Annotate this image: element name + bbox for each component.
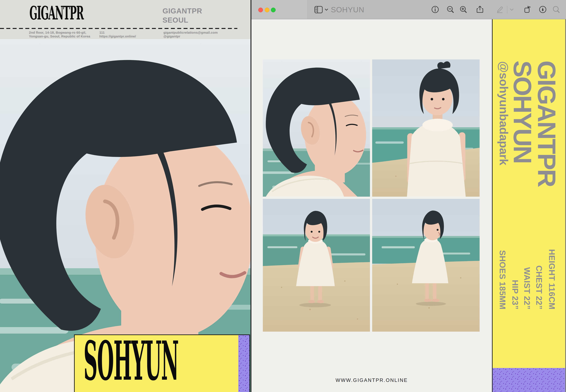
zoom-in-button[interactable] xyxy=(459,5,468,14)
address-block: 2nd floor, 14-18, Bogwang-ro 60-gil, Yon… xyxy=(29,31,90,38)
sidebar-menu-chevron[interactable] xyxy=(325,8,328,11)
photo-fullbody-side xyxy=(372,199,480,332)
info-button[interactable] xyxy=(431,5,440,14)
address-line1: 2nd floor, 14-18, Bogwang-ro 60-gil, xyxy=(29,31,90,34)
zoom-out-button[interactable] xyxy=(446,5,455,14)
window-titlebar[interactable]: SOHYUN xyxy=(252,0,566,19)
zoom-button[interactable] xyxy=(271,8,276,12)
dashed-divider xyxy=(0,28,237,29)
photo-front-portrait xyxy=(372,59,480,197)
footer-website-url: WWW.GIGANTPR.ONLINE xyxy=(252,378,492,383)
card-header: GIGANTPR GIGANTPR SEOUL 2nd floor, 14-18… xyxy=(0,0,251,39)
brand-logo: GIGANTPR xyxy=(30,2,83,24)
email: gigantpublicrelations@gmail.com xyxy=(164,31,218,34)
minimize-button[interactable] xyxy=(265,8,269,12)
name-banner: SOHYUN xyxy=(74,335,250,392)
annotate-pen-icon xyxy=(539,5,547,14)
markup-pencil-button[interactable] xyxy=(495,5,504,14)
photo-profile-closeup xyxy=(263,59,370,197)
instagram-handle: @gigantpr xyxy=(164,34,218,38)
sidebar-toggle-button[interactable] xyxy=(314,5,323,14)
email-instagram-block: gigantpublicrelations@gmail.com @gigantp… xyxy=(164,31,218,38)
yellow-side-strip: GIGANTPR SOHYUN @sohyunbadapark HEIGHT 1… xyxy=(492,19,566,392)
close-button[interactable] xyxy=(258,8,263,12)
photo-fullbody-smile xyxy=(263,199,370,332)
agency-line2: SEOUL xyxy=(163,15,202,25)
screenshot-root: GIGANTPR GIGANTPR SEOUL 2nd floor, 14-18… xyxy=(0,0,566,392)
sidebar-icon xyxy=(314,5,323,14)
document-page: WWW.GIGANTPR.ONLINE GIGANTPR SOHYUN @soh… xyxy=(252,19,566,392)
rotate-left-button[interactable] xyxy=(523,5,532,14)
window-title: SOHYUN xyxy=(331,5,364,14)
phone-website-block: 111 https://gigantpr.online/ xyxy=(99,31,136,38)
info-icon xyxy=(431,5,439,14)
vertical-model-name: SOHYUN xyxy=(510,60,535,163)
purple-dot-block xyxy=(492,368,566,392)
measurement-hip: HIP 23” xyxy=(509,280,521,309)
agency-name: GIGANTPR SEOUL xyxy=(163,6,202,25)
name-banner-yellow: SOHYUN xyxy=(75,335,238,392)
zoom-out-icon xyxy=(446,5,454,14)
window-right-edge xyxy=(565,0,566,392)
model-name-display: SOHYUN xyxy=(84,335,178,389)
search-icon xyxy=(552,5,560,14)
measurement-waist: WAIST 22” xyxy=(521,267,533,309)
agency-line1: GIGANTPR xyxy=(163,6,202,15)
chevron-down-icon xyxy=(325,8,328,11)
measurement-height: HEIGHT 116CM xyxy=(546,249,558,309)
markup-pencil-icon xyxy=(496,5,504,14)
share-icon xyxy=(476,5,484,14)
chevron-down-icon xyxy=(508,5,515,14)
purple-dot-strip xyxy=(238,335,249,392)
website-url: https://gigantpr.online/ xyxy=(99,34,136,38)
rotate-left-icon xyxy=(524,5,532,14)
phone: 111 xyxy=(99,31,136,34)
zoom-in-icon xyxy=(459,5,467,14)
measurement-shoes: SHOES 185MM xyxy=(497,250,508,309)
preview-window: SOHYUN xyxy=(251,0,566,392)
vertical-instagram-handle: @sohyunbadapark xyxy=(498,61,510,165)
vertical-brand-text: GIGANTPR xyxy=(534,60,559,186)
share-button[interactable] xyxy=(476,5,484,14)
search-button[interactable] xyxy=(552,5,561,14)
annotate-pen-button[interactable] xyxy=(538,5,547,14)
measurement-chest: CHEST 22” xyxy=(533,266,545,309)
markup-menu-button[interactable] xyxy=(508,5,515,14)
address-line2: Yongsan-gu, Seoul, Republic of Korea xyxy=(29,34,90,38)
toolbar-divider xyxy=(507,6,507,14)
comp-card-back: GIGANTPR GIGANTPR SEOUL 2nd floor, 14-18… xyxy=(0,0,251,392)
